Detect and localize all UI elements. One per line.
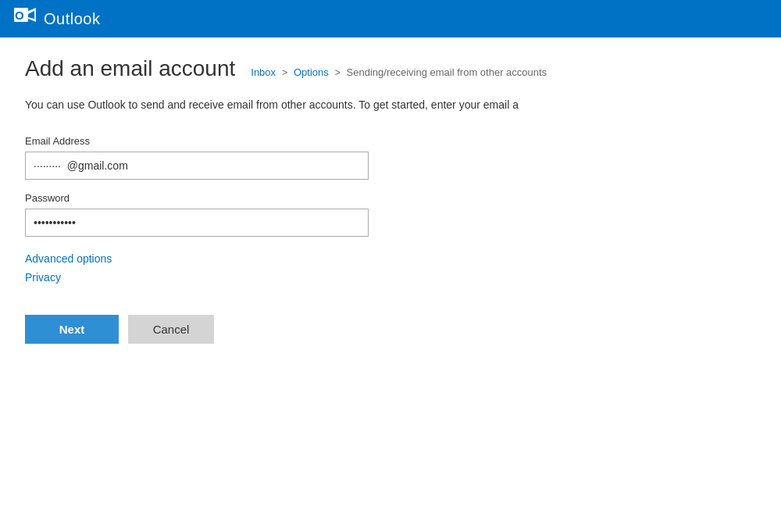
link-section: Advanced options Privacy [25, 252, 415, 284]
outlook-logo: O Outlook [12, 6, 100, 31]
app-title: Outlook [44, 10, 100, 28]
breadcrumb-sep-2: > [334, 66, 341, 78]
breadcrumb-current: Sending/receiving email from other accou… [347, 66, 547, 78]
password-input[interactable] [25, 209, 369, 237]
advanced-options-link[interactable]: Advanced options [25, 252, 415, 265]
svg-text:O: O [15, 9, 24, 22]
breadcrumb-inbox[interactable]: Inbox [251, 66, 276, 78]
page-title: Add an email account [25, 56, 235, 81]
next-button[interactable]: Next [25, 315, 119, 344]
button-row: Next Cancel [25, 315, 415, 344]
main-content: Add an email account Inbox > Options > S… [0, 37, 781, 362]
form-section: Email Address Password Advanced options … [25, 135, 415, 344]
password-form-group: Password [25, 192, 415, 237]
description-text: You can use Outlook to send and receive … [25, 97, 756, 113]
email-label: Email Address [25, 135, 415, 147]
page-heading-row: Add an email account Inbox > Options > S… [25, 56, 756, 81]
email-form-group: Email Address [25, 135, 415, 180]
password-label: Password [25, 192, 415, 204]
cancel-button[interactable]: Cancel [128, 315, 214, 344]
breadcrumb-sep-1: > [282, 66, 288, 78]
outlook-app-icon: O [12, 6, 37, 31]
title-bar: O Outlook [0, 0, 781, 37]
email-input[interactable] [25, 152, 369, 180]
breadcrumb: Inbox > Options > Sending/receiving emai… [251, 66, 547, 78]
privacy-link[interactable]: Privacy [25, 271, 415, 284]
breadcrumb-options[interactable]: Options [294, 66, 329, 78]
